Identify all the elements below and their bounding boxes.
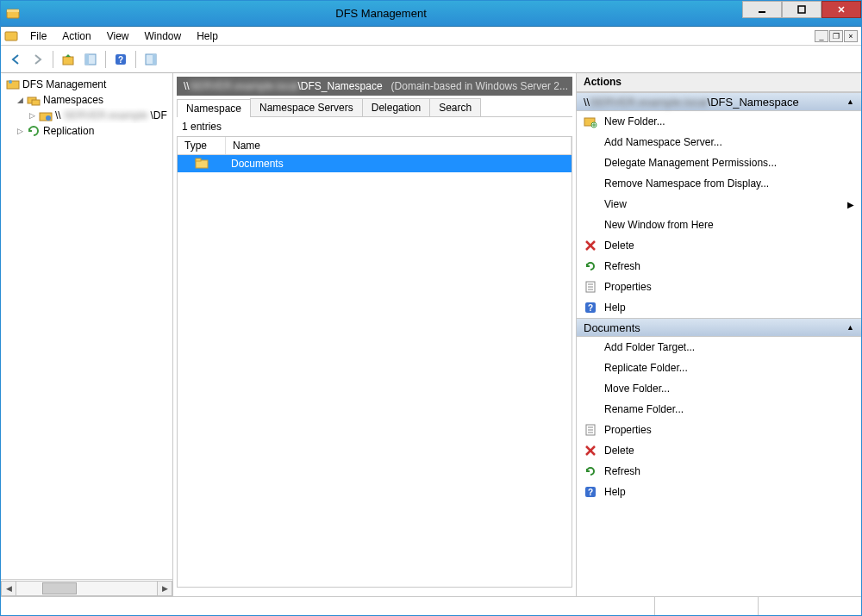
collapse-icon[interactable]: ▲	[846, 323, 854, 332]
help-icon: ?	[584, 301, 597, 314]
content-pane: \\ SERVER.example.local \DFS_Namespace (…	[173, 73, 861, 596]
action-help[interactable]: ? Help	[577, 297, 861, 318]
menu-help[interactable]: Help	[190, 28, 225, 44]
menu-action[interactable]: Action	[55, 28, 97, 44]
svg-rect-13	[153, 54, 156, 65]
action-add-folder-target[interactable]: Add Folder Target...	[577, 337, 861, 358]
action-add-namespace-server[interactable]: Add Namespace Server...	[577, 132, 861, 152]
properties-icon	[584, 280, 597, 294]
svg-rect-9	[85, 54, 89, 65]
menubar-app-icon	[4, 29, 18, 43]
expand-icon[interactable]: ◢	[16, 96, 24, 104]
mdi-minimize-button[interactable]: _	[815, 30, 828, 42]
menubar: File Action View Window Help _ ❐ ×	[1, 27, 861, 46]
action-label: Delete	[604, 240, 634, 252]
scroll-track[interactable]	[16, 581, 157, 596]
action-new-folder[interactable]: New Folder...	[577, 111, 861, 132]
action-view-submenu[interactable]: View▶	[577, 194, 861, 215]
properties-icon	[584, 423, 597, 437]
namespace-item-icon	[39, 109, 53, 122]
action-label: Properties	[604, 281, 652, 293]
tab-namespace-servers[interactable]: Namespace Servers	[250, 98, 363, 116]
path-note: (Domain-based in Windows Server 2...	[391, 80, 568, 92]
expand-icon[interactable]: ▷	[28, 111, 36, 120]
path-suffix: \DFS_Namespace	[298, 80, 383, 92]
actions-section-documents[interactable]: Documents ▲	[577, 318, 861, 337]
tree-horizontal-scrollbar[interactable]: ◀ ▶	[1, 579, 172, 596]
body: DFS Management ◢ Namespaces ▷ \\SERVER.e…	[1, 73, 861, 596]
action-label: Delegate Management Permissions...	[604, 157, 777, 169]
menu-view[interactable]: View	[100, 28, 136, 44]
collapse-icon[interactable]: ▲	[846, 97, 854, 106]
tree-namespace-item[interactable]: ▷ \\SERVER.example\DF	[3, 108, 171, 123]
action-label: New Window from Here	[604, 219, 714, 231]
minimize-button[interactable]	[742, 1, 782, 18]
tree-namespaces-label: Namespaces	[43, 94, 103, 106]
namespace-list: Type Name Documents	[177, 136, 572, 588]
row-name-cell: Documents	[226, 158, 572, 170]
expand-icon[interactable]: ▷	[16, 127, 24, 135]
refresh-icon	[584, 464, 597, 478]
toolbar-help-button[interactable]: ?	[111, 50, 130, 69]
tab-delegation[interactable]: Delegation	[362, 98, 430, 116]
app-icon	[6, 7, 20, 21]
menu-window[interactable]: Window	[138, 28, 189, 44]
action-label: Move Folder...	[604, 383, 670, 395]
action-refresh[interactable]: Refresh	[577, 256, 861, 277]
window-title: DFS Management	[20, 7, 742, 20]
action-remove-namespace[interactable]: Remove Namespace from Display...	[577, 173, 861, 194]
tree-replication[interactable]: ▷ Replication	[3, 123, 171, 139]
maximize-button[interactable]	[782, 1, 821, 18]
sec1-redacted: SERVER.example.local	[590, 96, 707, 109]
column-name[interactable]: Name	[226, 137, 572, 154]
show-hide-action-pane-button[interactable]	[141, 50, 160, 69]
action-delegate-permissions[interactable]: Delegate Management Permissions...	[577, 152, 861, 173]
action-help-2[interactable]: ? Help	[577, 482, 861, 502]
svg-text:?: ?	[118, 55, 123, 65]
tree-root[interactable]: DFS Management	[3, 77, 171, 92]
tab-search[interactable]: Search	[429, 98, 481, 116]
action-label: Replicate Folder...	[604, 362, 688, 374]
tab-namespace[interactable]: Namespace	[177, 99, 251, 117]
nav-back-button[interactable]	[6, 50, 25, 69]
column-type[interactable]: Type	[178, 137, 226, 154]
action-rename-folder[interactable]: Rename Folder...	[577, 399, 861, 420]
action-label: Help	[604, 486, 626, 498]
tree-root-label: DFS Management	[22, 78, 106, 90]
ns-prefix: \\	[55, 109, 61, 121]
scroll-thumb[interactable]	[42, 582, 77, 594]
actions-pane: Actions \\ SERVER.example.local \DFS_Nam…	[577, 73, 861, 596]
action-replicate-folder[interactable]: Replicate Folder...	[577, 358, 861, 378]
svg-rect-21	[196, 159, 201, 161]
folder-icon	[195, 158, 209, 170]
action-properties-2[interactable]: Properties	[577, 420, 861, 440]
refresh-icon	[584, 259, 597, 273]
actions-section-namespace[interactable]: \\ SERVER.example.local \DFS_Namespace ▲	[577, 92, 861, 111]
action-refresh-2[interactable]: Refresh	[577, 461, 861, 482]
ns-redacted: SERVER.example	[64, 109, 148, 121]
menu-file[interactable]: File	[23, 28, 53, 44]
action-label: Refresh	[604, 260, 640, 272]
list-row[interactable]: Documents	[178, 155, 572, 172]
show-hide-tree-button[interactable]	[81, 50, 100, 69]
mdi-close-button[interactable]: ×	[844, 30, 858, 42]
close-button[interactable]	[821, 1, 861, 18]
scroll-left-button[interactable]: ◀	[1, 581, 16, 596]
row-type-cell	[178, 158, 226, 170]
nav-forward-button[interactable]	[28, 50, 47, 69]
tree-namespaces[interactable]: ◢ Namespaces	[3, 92, 171, 108]
action-delete[interactable]: Delete	[577, 235, 861, 256]
tree-replication-label: Replication	[43, 125, 94, 137]
action-label: Add Namespace Server...	[604, 136, 722, 148]
action-move-folder[interactable]: Move Folder...	[577, 378, 861, 399]
action-delete-2[interactable]: Delete	[577, 440, 861, 461]
up-level-button[interactable]	[59, 50, 78, 69]
action-properties[interactable]: Properties	[577, 277, 861, 297]
svg-rect-3	[798, 6, 805, 13]
namespace-tree[interactable]: DFS Management ◢ Namespaces ▷ \\SERVER.e…	[1, 73, 172, 579]
action-label: View	[604, 198, 627, 210]
mdi-restore-button[interactable]: ❐	[829, 30, 843, 42]
scroll-right-button[interactable]: ▶	[157, 581, 172, 596]
svg-point-15	[9, 80, 12, 84]
action-new-window[interactable]: New Window from Here	[577, 215, 861, 235]
